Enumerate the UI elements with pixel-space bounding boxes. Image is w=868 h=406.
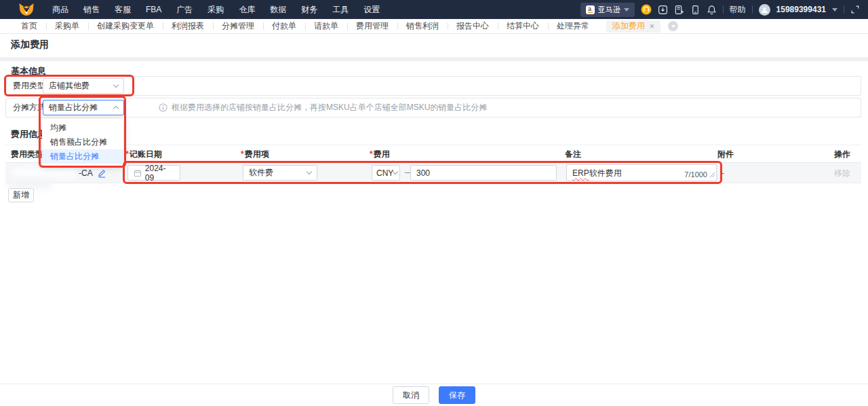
store-name-suffix: -CA [79,163,93,183]
nav-item-advertising[interactable]: 广告 [169,0,200,19]
accounting-date-value: 2024-09 [145,164,174,183]
remark-textarea[interactable]: ERP软件费用 7/1000 [566,164,717,181]
marketplace-label: 亚马逊 [598,5,620,15]
amount-input[interactable]: 300 [410,165,557,181]
remark-text-en: ERP [572,168,589,178]
redacted-store-name [12,168,77,178]
chevron-down-icon [393,169,398,174]
col-header-fee: *费用 [370,145,390,163]
tab-fee-management[interactable]: 费用管理 [347,19,397,33]
open-tabs-bar: 首页 采购单 创建采购变更单 利润报表 分摊管理 付款单 请款单 费用管理 销售… [0,19,868,34]
top-navbar: 商品 销售 客服 FBA 广告 采购 仓库 数据 财务 工具 设置 a 亚马逊 [0,0,868,19]
order-list-icon[interactable] [674,5,684,15]
tab-profit-report[interactable]: 利润报表 [163,19,213,33]
allocation-method-select[interactable]: 销量占比分摊 [43,100,124,115]
tab-purchase-orders[interactable]: 采购单 [46,19,88,33]
allocation-options-dropdown: 均摊 销售额占比分摊 销量占比分摊 [42,119,123,166]
allocation-method-value: 销量占比分摊 [49,102,98,113]
nav-item-fba[interactable]: FBA [138,0,169,19]
required-asterisk: * [125,149,129,159]
navbar-right-section: a 亚马逊 [580,3,860,17]
col-header-date-text: 记账日期 [130,149,162,159]
allocation-hint-text: 根据费用选择的店铺按销量占比分摊，再按MSKU占单个店铺全部MSKU的销量占比分… [172,102,487,113]
chevron-down-icon [624,8,629,12]
chevron-up-icon [113,106,119,111]
footer-action-bar: 取消 保存 [0,384,868,406]
option-even-split[interactable]: 均摊 [42,121,123,135]
calendar-icon [134,169,142,177]
col-header-fee-type: 费用类型 [11,145,43,163]
divider [844,5,844,14]
chevron-down-icon [671,25,675,28]
tab-allocation-management[interactable]: 分摊管理 [213,19,263,33]
add-row-button[interactable]: 新增 [8,188,34,202]
cancel-button[interactable]: 取消 [393,386,429,404]
tab-home[interactable]: 首页 [12,19,46,33]
fee-type-value: 店铺其他费 [49,80,90,92]
help-link[interactable]: 帮助 [730,4,746,16]
col-header-attachment: 附件 [717,145,734,163]
nav-item-finance[interactable]: 财务 [294,0,325,19]
marketplace-selector[interactable]: a 亚马逊 [580,3,635,17]
nav-item-purchasing[interactable]: 采购 [200,0,231,19]
fee-item-select[interactable]: 软件费 [243,165,317,181]
app-logo-fox-icon[interactable] [18,3,35,16]
close-tab-icon[interactable]: × [650,22,654,31]
tab-add-fee-active[interactable]: 添加费用 × [606,20,660,33]
allocation-hint: 根据费用选择的店铺按销量占比分摊，再按MSKU占单个店铺全部MSKU的销量占比分… [159,98,487,117]
nav-item-tools[interactable]: 工具 [325,0,356,19]
remark-text-cn: 软件费用 [589,168,622,178]
tab-settlement-center[interactable]: 结算中心 [498,19,548,33]
allocation-method-row: 分摊方式： 销量占比分摊 根据费用选择的店铺按销量占比分摊，再按MSKU占单个店… [5,98,861,117]
account-phone-number[interactable]: 15989399431 [776,5,826,14]
tab-exception-handling[interactable]: 处理异常 [548,19,598,33]
customer-service-icon[interactable] [641,4,652,15]
chevron-down-icon[interactable] [832,8,837,12]
mobile-app-icon[interactable] [690,5,701,15]
col-header-action: 操作 [834,145,850,163]
nav-item-sales[interactable]: 销售 [76,0,107,19]
tab-report-center[interactable]: 报告中心 [448,19,498,33]
nav-item-products[interactable]: 商品 [45,0,76,19]
notification-bell-icon[interactable] [707,5,717,15]
tab-payment-requests[interactable]: 请款单 [305,19,347,33]
page-title: 添加费用 [11,39,49,51]
svg-text:a: a [588,6,591,12]
fee-table-row: -CA 2024-09 软件费 CNY — 300 ERP软件费用 7/1000 [5,163,861,183]
col-header-fee-item: *费用项 [241,145,269,163]
currency-select[interactable]: CNY [372,165,400,181]
char-counter: 7/1000 [684,170,707,179]
user-avatar[interactable] [759,4,770,16]
option-sales-volume-ratio-selected[interactable]: 销量占比分摊 [42,149,123,164]
tab-create-purchase-change[interactable]: 创建采购变更单 [88,19,163,33]
main-menu: 商品 销售 客服 FBA 广告 采购 仓库 数据 财务 工具 设置 [45,0,387,19]
chevron-down-icon [113,82,119,88]
nav-item-data[interactable]: 数据 [262,0,294,19]
tab-list-dropdown-button[interactable] [668,21,678,31]
tab-sales-profit[interactable]: 销售利润 [397,19,448,33]
section-divider [0,57,868,61]
fee-type-row: 费用类型： 店铺其他费 [5,76,861,96]
fullscreen-expand-icon[interactable] [850,5,860,14]
chevron-down-icon [307,169,312,174]
download-center-icon[interactable] [658,5,668,15]
divider [752,5,753,14]
nav-item-warehouse[interactable]: 仓库 [231,0,262,19]
accounting-date-input[interactable]: 2024-09 [127,165,180,181]
fee-table-header: 费用类型 *记账日期 *费用项 *费用 备注 附件 操作 [5,145,861,163]
fee-info-section-title: 费用信息 [11,128,46,141]
required-asterisk: * [370,149,373,159]
amount-value: 300 [416,168,430,178]
edit-store-icon[interactable] [98,168,106,181]
option-sales-amount-ratio[interactable]: 销售额占比分摊 [42,135,123,149]
col-header-fee-text: 费用 [374,149,390,159]
save-button[interactable]: 保存 [439,386,475,404]
fee-item-value: 软件费 [249,167,273,179]
nav-item-customer-service[interactable]: 客服 [107,0,138,19]
col-header-date: *记账日期 [125,145,162,163]
nav-item-settings[interactable]: 设置 [356,0,387,19]
remove-row-link[interactable]: 移除 [834,163,850,183]
fee-type-select[interactable]: 店铺其他费 [43,78,124,94]
tab-payment-orders[interactable]: 付款单 [263,19,305,33]
resize-handle-icon[interactable] [710,170,715,179]
